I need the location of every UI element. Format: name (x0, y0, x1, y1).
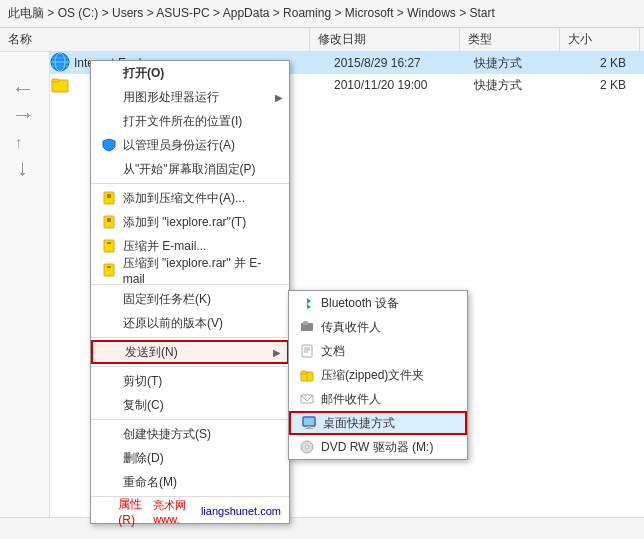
compress2-label: 添加到 "iexplore.rar"(T) (123, 214, 246, 231)
context-menu-item-email2[interactable]: 压缩到 "iexplore.rar" 并 E-mail (91, 258, 289, 282)
shield-icon (99, 138, 119, 152)
restore-label: 还原以前的版本(V) (123, 315, 223, 332)
column-headers: 名称 修改日期 类型 大小 (0, 28, 644, 52)
svg-rect-29 (305, 428, 313, 429)
taskbar-label: 固定到任务栏(K) (123, 291, 211, 308)
svg-rect-28 (307, 426, 311, 428)
context-menu-item-rename[interactable]: 重命名(M) (91, 470, 289, 494)
desktop-icon (299, 416, 319, 430)
ie-icon (50, 52, 70, 72)
nav-icon-4[interactable]: ⭣ (15, 160, 35, 180)
separator-5 (91, 419, 289, 420)
context-menu-item-unpin[interactable]: 从"开始"屏幕取消固定(P) (91, 157, 289, 181)
dvd-label: DVD RW 驱动器 (M:) (321, 439, 433, 456)
doc-label: 文档 (321, 343, 345, 360)
doc-icon (297, 344, 317, 358)
col-name[interactable]: 名称 (0, 28, 310, 51)
mail-icon (297, 392, 317, 406)
context-menu-item-compress1[interactable]: 添加到压缩文件中(A)... (91, 186, 289, 210)
svg-rect-6 (52, 79, 59, 82)
zip-folder-icon (297, 368, 317, 382)
submenu-item-fax[interactable]: 传真收件人 (289, 315, 467, 339)
context-menu-item-sendto[interactable]: 发送到(N) (91, 340, 289, 364)
svg-rect-13 (104, 240, 114, 252)
zip-icon-3 (99, 239, 119, 253)
email1-label: 压缩并 E-mail... (123, 238, 206, 255)
properties-label: 属性(R) (118, 496, 149, 527)
submenu: Bluetooth 设备 传真收件人 文档 压缩(zipped)文件夹 邮件收件… (288, 290, 468, 460)
submenu-item-zip[interactable]: 压缩(zipped)文件夹 (289, 363, 467, 387)
context-menu-item-delete[interactable]: 删除(D) (91, 446, 289, 470)
file-size: 2 KB (574, 78, 634, 92)
context-menu-item-location[interactable]: 打开文件所在的位置(I) (91, 109, 289, 133)
context-menu-item-createshortcut[interactable]: 创建快捷方式(S) (91, 422, 289, 446)
context-menu-item-taskbar[interactable]: 固定到任务栏(K) (91, 287, 289, 311)
svg-rect-24 (301, 371, 306, 374)
nav-icon-2[interactable]: ⭢ (15, 108, 35, 128)
context-menu-item-copy[interactable]: 复制(C) (91, 393, 289, 417)
delete-label: 删除(D) (123, 450, 164, 467)
svg-rect-15 (104, 264, 114, 276)
nav-icon-1[interactable]: ⭠ (15, 82, 35, 102)
file-size: 2 KB (574, 56, 634, 70)
col-size[interactable]: 大小 (560, 28, 640, 51)
col-type[interactable]: 类型 (460, 28, 560, 51)
context-menu-item-open[interactable]: 打开(O) (91, 61, 289, 85)
nav-icon-3[interactable]: ↑ (15, 134, 35, 154)
context-menu: 打开(O) 用图形处理器运行 打开文件所在的位置(I) 以管理员身份运行(A) … (90, 60, 290, 524)
mail-label: 邮件收件人 (321, 391, 381, 408)
cut-label: 剪切(T) (123, 373, 162, 390)
svg-rect-10 (104, 216, 114, 228)
rename-label: 重命名(M) (123, 474, 177, 491)
separator-3 (91, 337, 289, 338)
gpu-label: 用图形处理器运行 (123, 89, 219, 106)
svg-rect-25 (306, 372, 308, 381)
svg-rect-27 (303, 417, 315, 426)
context-menu-item-compress2[interactable]: 添加到 "iexplore.rar"(T) (91, 210, 289, 234)
sidebar: ⭠ ⭢ ↑ ⭣ (0, 52, 50, 539)
svg-point-32 (306, 446, 308, 448)
file-icon (50, 75, 70, 95)
svg-rect-7 (104, 192, 114, 204)
zip-folder-label: 压缩(zipped)文件夹 (321, 367, 424, 384)
context-menu-item-cut[interactable]: 剪切(T) (91, 369, 289, 393)
copy-label: 复制(C) (123, 397, 164, 414)
col-date[interactable]: 修改日期 (310, 28, 460, 51)
watermark-site: liangshunet.com (201, 505, 281, 517)
svg-rect-18 (303, 321, 308, 325)
watermark-inline: 亮术网 www. (153, 498, 201, 525)
svg-rect-19 (302, 345, 312, 357)
folder-icon (50, 75, 70, 95)
file-date: 2010/11/20 19:00 (334, 78, 474, 92)
location-label: 打开文件所在的位置(I) (123, 113, 242, 130)
dvd-icon (297, 440, 317, 454)
desktop-label: 桌面快捷方式 (323, 415, 395, 432)
createshortcut-label: 创建快捷方式(S) (123, 426, 211, 443)
submenu-item-desktop[interactable]: 桌面快捷方式 (289, 411, 467, 435)
file-type: 快捷方式 (474, 77, 574, 94)
breadcrumb: 此电脑 > OS (C:) > Users > ASUS-PC > AppDat… (8, 5, 495, 22)
separator-1 (91, 183, 289, 184)
email2-label: 压缩到 "iexplore.rar" 并 E-mail (123, 255, 281, 286)
context-menu-item-gpu[interactable]: 用图形处理器运行 (91, 85, 289, 109)
context-menu-item-properties[interactable]: 属性(R) 亮术网 www.liangshunet.com (91, 499, 289, 523)
submenu-item-dvd[interactable]: DVD RW 驱动器 (M:) (289, 435, 467, 459)
separator-4 (91, 366, 289, 367)
context-menu-item-restore[interactable]: 还原以前的版本(V) (91, 311, 289, 335)
context-menu-item-admin[interactable]: 以管理员身份运行(A) (91, 133, 289, 157)
admin-label: 以管理员身份运行(A) (123, 137, 235, 154)
bluetooth-label: Bluetooth 设备 (321, 295, 399, 312)
submenu-item-mail[interactable]: 邮件收件人 (289, 387, 467, 411)
open-label: 打开(O) (123, 65, 164, 82)
bluetooth-icon (297, 296, 317, 310)
zip-icon-1 (99, 191, 119, 205)
sendto-label: 发送到(N) (125, 344, 178, 361)
fax-icon (297, 320, 317, 334)
submenu-item-doc[interactable]: 文档 (289, 339, 467, 363)
address-bar: 此电脑 > OS (C:) > Users > ASUS-PC > AppDat… (0, 0, 644, 28)
fax-label: 传真收件人 (321, 319, 381, 336)
unpin-label: 从"开始"屏幕取消固定(P) (123, 161, 256, 178)
submenu-item-bluetooth[interactable]: Bluetooth 设备 (289, 291, 467, 315)
file-icon (50, 53, 70, 73)
file-date: 2015/8/29 16:27 (334, 56, 474, 70)
